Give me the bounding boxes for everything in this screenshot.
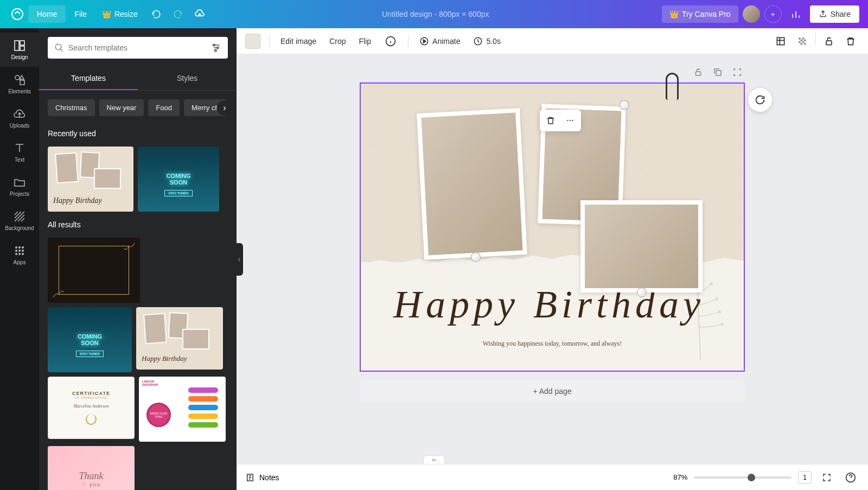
photo-frame-3[interactable]: [580, 200, 703, 292]
sidebar-label: Background: [5, 225, 34, 231]
svg-point-18: [215, 49, 216, 51]
document-title[interactable]: Untitled design - 800px × 600px: [382, 10, 489, 18]
transparency-button[interactable]: [794, 33, 811, 50]
chip-food[interactable]: Food: [148, 99, 180, 116]
page-duplicate-button[interactable]: [710, 65, 725, 80]
logo-icon[interactable]: [9, 5, 26, 23]
sidebar-label: Apps: [14, 259, 26, 265]
zoom-slider[interactable]: [694, 476, 792, 479]
element-more-button[interactable]: [561, 112, 579, 129]
page-lock-button[interactable]: [691, 65, 706, 80]
results-grid: COMING SOON STAY TUNED Happy Birthday CE…: [39, 233, 237, 490]
paper-clip: [666, 73, 679, 100]
insights-button[interactable]: [786, 4, 806, 24]
tag-chips: Christmas New year Food Merry ch ›: [39, 91, 237, 125]
undo-button[interactable]: [146, 4, 166, 24]
element-delete-button[interactable]: [542, 112, 559, 129]
section-recently-used: Recently used: [39, 125, 237, 142]
duration-label: 5.0s: [486, 37, 500, 46]
context-right: [772, 33, 859, 50]
page-indicator[interactable]: 1: [798, 471, 812, 484]
sidebar-item-elements[interactable]: Elements: [0, 67, 39, 101]
help-button[interactable]: [842, 469, 859, 486]
panel-scroll[interactable]: Christmas New year Food Merry ch › Recen…: [39, 91, 237, 490]
top-bar: Home File 👑 Resize Untitled design - 800…: [0, 0, 868, 28]
notes-button[interactable]: Notes: [245, 473, 279, 482]
svg-rect-33: [716, 71, 721, 75]
svg-point-7: [18, 246, 21, 249]
template-certificate[interactable]: CERTIFICATE OF APPRECIATION Marceline An…: [48, 377, 135, 439]
zoom-thumb[interactable]: [748, 474, 755, 481]
tab-templates[interactable]: Templates: [39, 67, 138, 90]
panel-collapse-handle[interactable]: ‹: [235, 243, 243, 276]
try-pro-button[interactable]: 👑 Try Canva Pro: [662, 5, 738, 23]
template-black-gold[interactable]: [48, 238, 140, 303]
svg-point-0: [12, 9, 23, 20]
info-button[interactable]: [382, 33, 399, 50]
edit-image-button[interactable]: Edit image: [278, 34, 318, 49]
svg-rect-30: [804, 43, 806, 44]
template-diagram[interactable]: LINEAR DIAGRAM WRITE YOURTOPIC: [139, 377, 226, 442]
file-button[interactable]: File: [68, 5, 93, 23]
template-birthday[interactable]: Happy Birthday: [48, 147, 133, 212]
section-all-results: All results: [39, 216, 237, 233]
svg-point-15: [55, 44, 61, 50]
animate-icon: [419, 36, 429, 46]
add-collaborator-button[interactable]: +: [764, 5, 782, 23]
chip-newyear[interactable]: New year: [99, 99, 144, 116]
template-coming-soon[interactable]: COMING SOON STAY TUNED: [138, 147, 219, 212]
svg-point-40: [720, 323, 724, 326]
add-page-button[interactable]: + Add page: [360, 380, 745, 402]
cloud-sync-button[interactable]: [190, 4, 209, 24]
svg-point-10: [18, 250, 21, 252]
page-expand-button[interactable]: [730, 65, 745, 80]
template-coming-soon-2[interactable]: COMING SOON STAY TUNED: [48, 307, 132, 372]
birthday-subtitle[interactable]: Wishing you happiness today, tomorrow, a…: [483, 340, 622, 348]
crop-button[interactable]: Crop: [327, 34, 348, 49]
chip-christmas[interactable]: Christmas: [48, 99, 95, 116]
user-avatar[interactable]: [743, 5, 760, 23]
sidebar-item-uploads[interactable]: Uploads: [0, 101, 39, 135]
filter-icon[interactable]: [210, 42, 221, 53]
chip-scroll-right[interactable]: ›: [217, 100, 232, 116]
svg-rect-28: [802, 41, 804, 43]
search-input[interactable]: [64, 43, 210, 52]
svg-rect-24: [802, 37, 804, 39]
sidebar-item-text[interactable]: Text: [0, 135, 39, 169]
refresh-fab-button[interactable]: [748, 88, 772, 112]
top-bar-center: Untitled design - 800px × 600px: [214, 9, 658, 19]
divider: [269, 35, 270, 48]
delete-button[interactable]: [842, 33, 859, 50]
svg-rect-22: [777, 37, 784, 44]
svg-point-6: [15, 246, 17, 249]
resize-button[interactable]: 👑 Resize: [95, 5, 144, 23]
fullscreen-button[interactable]: [818, 469, 835, 486]
sidebar-item-apps[interactable]: Apps: [0, 238, 39, 272]
svg-point-37: [710, 282, 713, 285]
position-button[interactable]: [772, 33, 789, 50]
sidebar-label: Elements: [8, 88, 31, 94]
sidebar-label: Projects: [10, 191, 29, 197]
top-bar-left: Home File 👑 Resize: [9, 4, 209, 24]
canvas-page[interactable]: Happy Birthday Wishing you happiness tod…: [360, 82, 745, 372]
sidebar-label: Text: [15, 157, 24, 163]
color-swatch[interactable]: [245, 34, 260, 49]
flip-button[interactable]: Flip: [357, 34, 374, 49]
photo-frame-1[interactable]: [417, 108, 527, 260]
sidebar-item-design[interactable]: Design: [0, 33, 39, 67]
template-thanks[interactable]: Thank ♡ you: [48, 446, 135, 490]
animate-button[interactable]: Animate: [417, 33, 462, 49]
share-button[interactable]: Share: [810, 5, 859, 23]
divider: [408, 35, 409, 48]
duration-button[interactable]: 5.0s: [471, 33, 502, 49]
tab-styles[interactable]: Styles: [138, 67, 237, 90]
collapse-up-handle[interactable]: [423, 455, 445, 464]
panel-tabs: Templates Styles: [39, 67, 237, 91]
home-button[interactable]: Home: [28, 5, 66, 23]
sidebar-item-background[interactable]: Background: [0, 203, 39, 238]
context-toolbar: Edit image Crop Flip Animate 5.0s: [237, 28, 868, 54]
lock-button[interactable]: [820, 33, 838, 50]
template-birthday-2[interactable]: Happy Birthday: [136, 307, 223, 370]
sidebar-item-projects[interactable]: Projects: [0, 169, 39, 203]
redo-button[interactable]: [168, 4, 188, 24]
